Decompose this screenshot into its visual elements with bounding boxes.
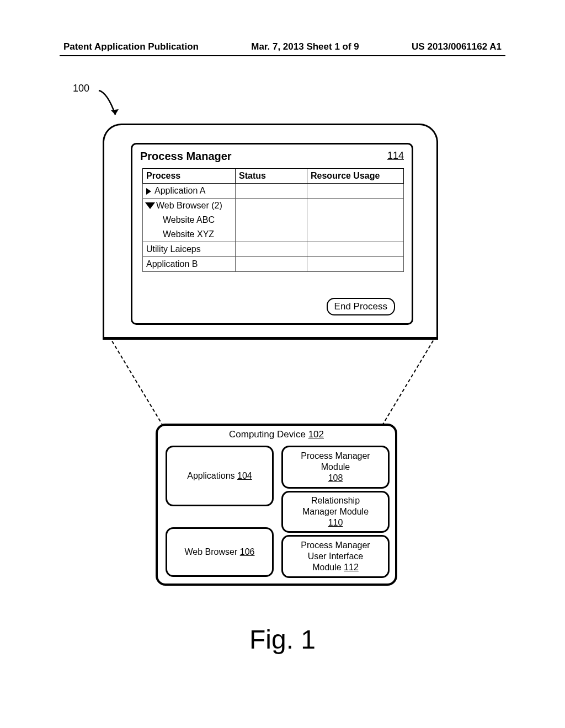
expand-right-icon[interactable]	[146, 188, 151, 195]
pmui-line3: Module	[312, 563, 344, 572]
status-cell	[236, 227, 307, 242]
process-cell-child: Website XYZ	[143, 227, 236, 242]
pmui-line1: Process Manager	[301, 540, 370, 551]
pm-window-ref: 114	[387, 150, 404, 163]
reference-arrow-icon	[97, 88, 130, 127]
display-screen: Process Manager 114 Process Status Resou…	[103, 124, 438, 340]
pm-window-title: Process Manager	[140, 150, 232, 163]
process-name: Web Browser (2)	[156, 201, 222, 210]
process-cell-child: Website ABC	[143, 213, 236, 227]
process-table: Process Status Resource Usage Applicatio…	[142, 168, 404, 272]
process-cell: Application A	[143, 184, 236, 199]
process-cell: Application B	[143, 257, 236, 272]
process-cell: Web Browser (2)	[143, 199, 236, 213]
rmm-line2: Manager Module	[302, 506, 369, 517]
expand-down-icon[interactable]	[146, 204, 154, 209]
status-cell	[236, 242, 307, 257]
reference-numeral-100: 100	[73, 83, 89, 94]
usage-cell	[307, 213, 404, 227]
table-row[interactable]: Web Browser (2)	[143, 199, 404, 213]
web-browser-box: Web Browser 106	[166, 527, 274, 577]
pmm-ref: 108	[328, 473, 343, 484]
status-cell	[236, 199, 307, 213]
web-browser-ref: 106	[240, 547, 255, 556]
usage-cell	[307, 184, 404, 199]
pm-title-bar: Process Manager 114	[132, 144, 412, 165]
table-row[interactable]: Website ABC	[143, 213, 404, 227]
process-manager-ui-module-box: Process Manager User Interface Module 11…	[281, 535, 390, 578]
computing-device-box: Computing Device 102 Applications 104 We…	[156, 424, 397, 586]
end-process-button[interactable]: End Process	[327, 298, 395, 315]
pmm-line2: Module	[321, 462, 350, 473]
cd-title-ref: 102	[308, 429, 324, 440]
rmm-ref: 110	[328, 517, 343, 528]
figure-label: Fig. 1	[0, 624, 565, 655]
header-center: Mar. 7, 2013 Sheet 1 of 9	[251, 41, 359, 52]
status-cell	[236, 257, 307, 272]
relationship-manager-module-box: Relationship Manager Module 110	[281, 491, 390, 533]
col-resource-usage[interactable]: Resource Usage	[307, 169, 404, 184]
usage-cell	[307, 227, 404, 242]
usage-cell	[307, 199, 404, 213]
projection-line-left	[111, 341, 163, 426]
applications-box: Applications 104	[166, 446, 274, 506]
header-right: US 2013/0061162 A1	[412, 41, 502, 52]
header-rule	[60, 55, 505, 56]
page-header: Patent Application Publication Mar. 7, 2…	[63, 41, 502, 52]
header-left: Patent Application Publication	[63, 41, 199, 52]
pmui-line2: User Interface	[308, 551, 363, 562]
table-header-row: Process Status Resource Usage	[143, 169, 404, 184]
process-manager-module-box: Process Manager Module 108	[281, 446, 390, 489]
rmm-line1: Relationship	[311, 495, 360, 506]
status-cell	[236, 213, 307, 227]
usage-cell	[307, 257, 404, 272]
web-browser-label: Web Browser	[185, 547, 240, 556]
table-row[interactable]: Utility Laiceps	[143, 242, 404, 257]
computing-device-title: Computing Device 102	[158, 426, 395, 440]
status-cell	[236, 184, 307, 199]
applications-label: Applications	[187, 471, 237, 480]
svg-marker-0	[111, 109, 119, 115]
process-name: Application A	[154, 186, 206, 195]
col-status[interactable]: Status	[236, 169, 307, 184]
table-row[interactable]: Application A	[143, 184, 404, 199]
process-cell: Utility Laiceps	[143, 242, 236, 257]
process-manager-window: Process Manager 114 Process Status Resou…	[131, 143, 413, 325]
pmui-ref: 112	[344, 563, 359, 572]
usage-cell	[307, 242, 404, 257]
table-row[interactable]: Application B	[143, 257, 404, 272]
applications-ref: 104	[237, 471, 252, 480]
pmm-line1: Process Manager	[301, 451, 370, 462]
cd-title-text: Computing Device	[229, 429, 308, 440]
col-process[interactable]: Process	[143, 169, 236, 184]
projection-line-right	[382, 340, 434, 426]
table-row[interactable]: Website XYZ	[143, 227, 404, 242]
